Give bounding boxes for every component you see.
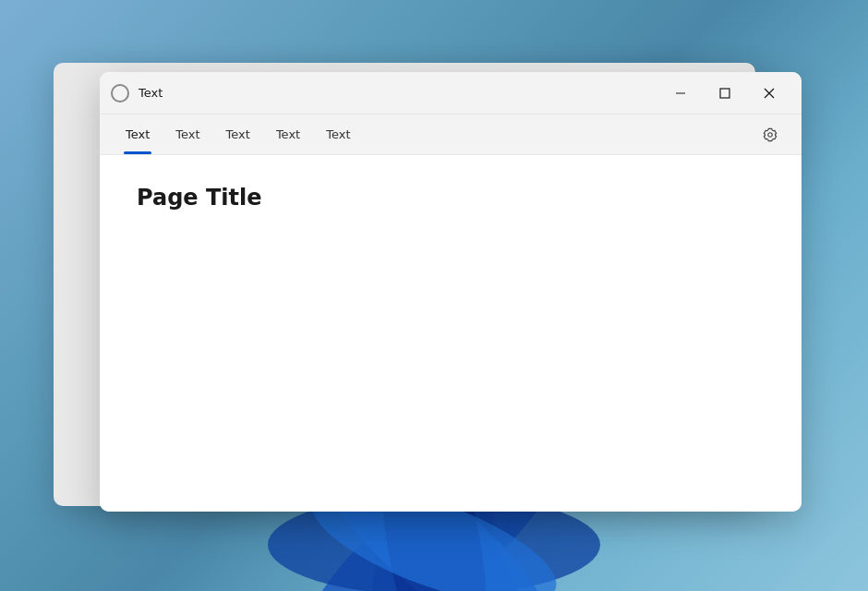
main-window: Text Text Text — [100, 72, 802, 512]
content-area: Page Title — [100, 155, 802, 512]
gear-icon — [762, 127, 778, 143]
settings-button[interactable] — [753, 118, 787, 151]
window-title: Text — [139, 86, 163, 100]
window-controls — [659, 78, 790, 108]
tab-text-2[interactable]: Text — [164, 122, 211, 147]
minimize-button[interactable] — [659, 78, 702, 108]
title-bar-left: Text — [111, 84, 659, 103]
title-bar: Text — [100, 72, 802, 115]
page-title: Page Title — [137, 185, 765, 211]
nav-tabs: Text Text Text Text Text — [115, 122, 753, 147]
maximize-button[interactable] — [704, 78, 746, 108]
svg-rect-8 — [720, 89, 729, 98]
tab-text-3[interactable]: Text — [215, 122, 261, 147]
tab-text-5[interactable]: Text — [315, 122, 361, 147]
nav-bar: Text Text Text Text Text — [100, 115, 802, 155]
app-icon — [111, 84, 129, 103]
tab-text-4[interactable]: Text — [265, 122, 311, 147]
tab-text-1[interactable]: Text — [115, 122, 161, 147]
close-button[interactable] — [748, 78, 790, 108]
